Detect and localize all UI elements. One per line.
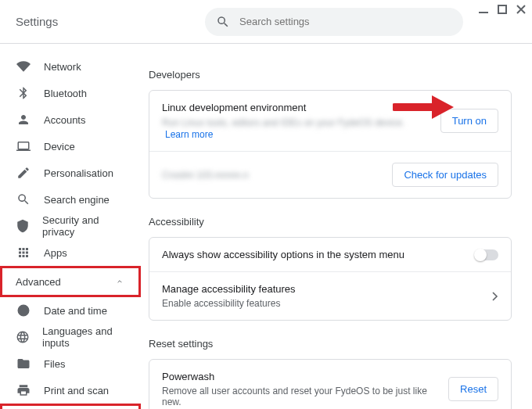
manage-accessibility-title: Manage accessibility features: [162, 283, 483, 295]
reset-button[interactable]: Reset: [448, 377, 498, 401]
learn-more-link[interactable]: Learn more: [165, 129, 213, 140]
svg-rect-0: [479, 12, 488, 13]
check-updates-button[interactable]: Check for updates: [392, 163, 498, 187]
folder-icon: [16, 356, 31, 371]
search-icon: [216, 15, 230, 29]
globe-icon: [16, 329, 30, 345]
sidebar-item-languages[interactable]: Languages and inputs: [0, 324, 141, 350]
sidebar-item-label: Bluetooth: [44, 88, 87, 99]
sidebar-item-developers[interactable]: Developers: [0, 404, 141, 409]
sidebar-item-search-engine[interactable]: Search engine: [0, 186, 141, 213]
update-version: Crostini 103.nnnnn.n: [162, 170, 249, 181]
sidebar-item-label: Device: [44, 141, 75, 152]
sidebar: Network Bluetooth Accounts Device Person…: [0, 44, 141, 409]
powerwash-title: Powerwash: [162, 371, 439, 382]
sidebar-item-label: Personalisation: [44, 167, 113, 179]
sidebar-item-label: Accounts: [44, 114, 85, 126]
chevron-up-icon: [117, 279, 122, 284]
powerwash-sub: Remove all user accounts and reset your …: [162, 386, 439, 407]
sidebar-item-files[interactable]: Files: [0, 350, 141, 377]
close-icon[interactable]: [516, 5, 526, 14]
person-icon: [16, 112, 31, 127]
sidebar-item-label: Search engine: [44, 194, 110, 206]
edit-icon: [16, 165, 31, 181]
sidebar-item-accounts[interactable]: Accounts: [0, 106, 141, 133]
printer-icon: [16, 382, 31, 398]
section-title-reset: Reset settings: [149, 338, 512, 350]
update-row: Crostini 103.nnnnn.n Check for updates: [149, 151, 511, 198]
linux-dev-title: Linux development environment: [162, 102, 431, 113]
maximize-icon[interactable]: [498, 5, 507, 14]
manage-accessibility-row[interactable]: Manage accessibility features Enable acc…: [149, 271, 511, 320]
sidebar-item-label: Date and time: [44, 305, 107, 317]
always-show-row: Always show accessibility options in the…: [149, 238, 511, 271]
wifi-icon: [16, 59, 31, 74]
accessibility-card: Always show accessibility options in the…: [149, 237, 512, 321]
powerwash-row: Powerwash Remove all user accounts and r…: [149, 360, 511, 409]
sidebar-item-device[interactable]: Device: [0, 133, 141, 160]
sidebar-item-label: Security and privacy: [42, 214, 125, 238]
shield-icon: [16, 218, 30, 234]
sidebar-item-apps[interactable]: Apps: [0, 239, 141, 266]
linux-dev-sub: Run Linux tools, editors and IDEs on you…: [162, 117, 431, 140]
minimize-icon[interactable]: [479, 5, 488, 14]
sidebar-item-label: Apps: [44, 247, 67, 259]
sidebar-item-personalisation[interactable]: Personalisation: [0, 160, 141, 186]
page-title: Settings: [16, 15, 117, 28]
sidebar-section-label: Advanced: [16, 276, 61, 288]
reset-card: Powerwash Remove all user accounts and r…: [149, 359, 512, 409]
manage-accessibility-sub: Enable accessibility features: [162, 298, 483, 309]
sidebar-item-label: Languages and inputs: [42, 325, 125, 349]
section-title-accessibility: Accessibility: [149, 216, 512, 228]
search-input[interactable]: [239, 16, 452, 27]
search-box[interactable]: [205, 8, 463, 36]
window-controls: [479, 5, 526, 14]
sidebar-item-label: Print and scan: [44, 385, 109, 396]
sidebar-item-network[interactable]: Network: [0, 53, 141, 80]
main-content: Developers Linux development environment…: [141, 44, 532, 409]
apps-icon: [16, 245, 31, 260]
chevron-right-icon: [492, 292, 498, 301]
bluetooth-icon: [16, 85, 31, 101]
header: Settings: [0, 0, 532, 44]
linux-dev-row: Linux development environment Run Linux …: [149, 91, 511, 151]
svg-rect-1: [498, 5, 506, 13]
sidebar-item-security[interactable]: Security and privacy: [0, 213, 141, 239]
search-icon: [16, 192, 31, 207]
developers-card: Linux development environment Run Linux …: [149, 90, 512, 199]
sidebar-item-print-scan[interactable]: Print and scan: [0, 377, 141, 404]
sidebar-item-label: Files: [44, 358, 65, 370]
always-show-label: Always show accessibility options in the…: [162, 249, 404, 260]
clock-icon: [16, 303, 31, 318]
sidebar-item-date-time[interactable]: Date and time: [0, 297, 141, 324]
device-icon: [16, 138, 31, 154]
section-title-developers: Developers: [149, 69, 512, 81]
always-show-toggle[interactable]: [475, 249, 498, 260]
turn-on-button[interactable]: Turn on: [440, 109, 498, 133]
sidebar-item-label: Network: [44, 61, 81, 73]
sidebar-section-advanced[interactable]: Advanced: [0, 266, 141, 297]
sidebar-item-bluetooth[interactable]: Bluetooth: [0, 80, 141, 106]
